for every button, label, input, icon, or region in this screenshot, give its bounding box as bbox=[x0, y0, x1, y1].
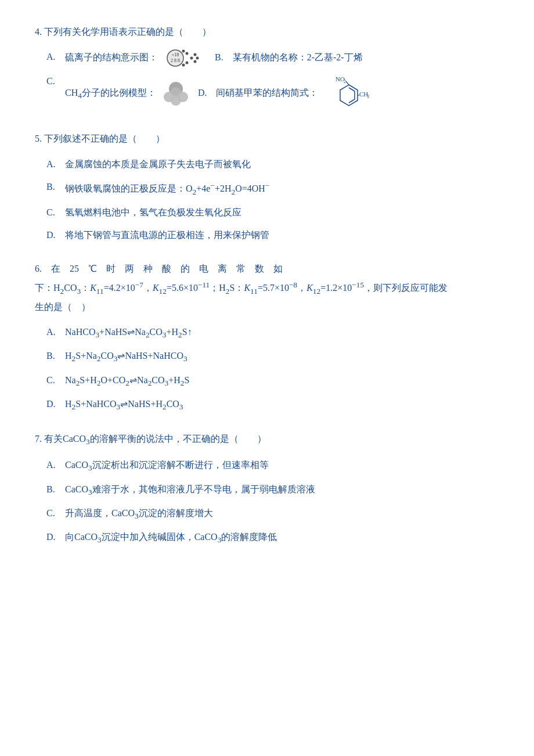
q6-line1: 6. 在 25 ℃ 时 两 种 酸 的 电 离 常 数 如 bbox=[35, 260, 499, 278]
svg-point-10 bbox=[196, 57, 199, 60]
sub-12b: 12 bbox=[313, 287, 320, 296]
sup-11: −11 bbox=[198, 280, 210, 289]
sup-7: −7 bbox=[135, 280, 143, 289]
q6-b-content: H2S+Na2CO3⇌NaHS+NaHCO3 bbox=[65, 348, 499, 366]
q4-text: 下列有关化学用语表示正确的是（ ） bbox=[44, 27, 211, 37]
sub-2b2: 2 bbox=[97, 355, 101, 363]
subscript-4: 4 bbox=[78, 91, 82, 100]
sub-2s: 2 bbox=[226, 287, 230, 296]
sub-3-a: 3 bbox=[88, 464, 92, 473]
q6-a-content: NaHCO3+NaHS⇌Na2CO3+H2S↑ bbox=[65, 324, 499, 342]
q5-a-content: 金属腐蚀的本质是金属原子失去电子而被氧化 bbox=[65, 156, 499, 173]
sup-8: −8 bbox=[289, 280, 297, 289]
sub-3d2: 3 bbox=[179, 402, 183, 411]
sub-2sd: 2 bbox=[72, 402, 76, 411]
sub-3a2: 3 bbox=[163, 330, 167, 339]
q5-b-content: 钢铁吸氧腐蚀的正极反应是：O2+4e−+2H2O=4OH− bbox=[65, 179, 499, 199]
q5-c-content: 氢氧燃料电池中，氢气在负极发生氧化反应 bbox=[65, 204, 499, 221]
q5-a-label: A. bbox=[46, 156, 65, 173]
sulfur-ion-diagram: +18 2 8 8 bbox=[163, 49, 203, 67]
sub-11: 11 bbox=[96, 287, 104, 296]
q6-option-c: C. Na2S+H2O+CO2⇌Na2CO3+H2S bbox=[35, 372, 499, 390]
svg-point-8 bbox=[194, 53, 197, 56]
q7-option-a: A. CaCO3沉淀析出和沉淀溶解不断进行，但速率相等 bbox=[35, 457, 499, 475]
sup-minus: − bbox=[210, 181, 215, 190]
sub-3a: 3 bbox=[95, 330, 99, 339]
q6-a-label: A. bbox=[46, 324, 65, 341]
svg-point-15 bbox=[171, 87, 181, 98]
q5-d-label: D. bbox=[46, 227, 65, 244]
sub-2sa: 2 bbox=[178, 330, 182, 339]
q7-d-label: D. bbox=[46, 529, 65, 546]
sub-3b: 3 bbox=[114, 355, 118, 363]
sub-12: 12 bbox=[159, 287, 167, 296]
sub-3b2: 3 bbox=[183, 355, 187, 363]
q6-c-content: Na2S+H2O+CO2⇌Na2CO3+H2S bbox=[65, 372, 499, 390]
svg-text:+18: +18 bbox=[172, 52, 179, 57]
q7-a-content: CaCO3沉淀析出和沉淀溶解不断进行，但速率相等 bbox=[65, 457, 499, 475]
q6-option-a: A. NaHCO3+NaHS⇌Na2CO3+H2S↑ bbox=[35, 324, 499, 342]
svg-point-9 bbox=[194, 60, 197, 63]
italic-k11: K bbox=[90, 283, 96, 293]
svg-point-3 bbox=[186, 52, 189, 55]
q7-c-label: C. bbox=[46, 505, 65, 522]
q7-number: 7. bbox=[35, 434, 42, 444]
sub-2c2: 2 bbox=[148, 379, 152, 387]
q6-d-label: D. bbox=[46, 396, 65, 413]
sub-2sc2: 2 bbox=[181, 379, 185, 387]
q5-text: 下列叙述不正确的是（ ） bbox=[44, 134, 165, 143]
q4-option-c-content: CH4分子的比例模型： D. 间硝基甲苯的结构简式： bbox=[65, 73, 499, 114]
q5-option-c: C. 氢氧燃料电池中，氢气在负极发生氧化反应 bbox=[35, 204, 499, 221]
q7-b-label: B. bbox=[46, 481, 65, 498]
q5-c-label: C. bbox=[46, 204, 65, 221]
italic-k11b: K bbox=[244, 283, 250, 293]
question-6: 6. 在 25 ℃ 时 两 种 酸 的 电 离 常 数 如 下：H2CO3：K1… bbox=[35, 260, 499, 414]
q5-option-b: B. 钢铁吸氧腐蚀的正极反应是：O2+4e−+2H2O=4OH− bbox=[35, 179, 499, 199]
q7-b-content: CaCO3难溶于水，其饱和溶液几乎不导电，属于弱电解质溶液 bbox=[65, 481, 499, 499]
sub-3-c: 3 bbox=[135, 512, 139, 520]
svg-point-5 bbox=[186, 62, 189, 64]
svg-text:2 8 8: 2 8 8 bbox=[171, 58, 180, 63]
sub-3-d2: 3 bbox=[218, 535, 222, 544]
q7-a-label: A. bbox=[46, 457, 65, 474]
sub-3c: 3 bbox=[165, 379, 169, 387]
sub-11b: 11 bbox=[250, 287, 258, 296]
q4-option-a-label: A. bbox=[46, 49, 65, 66]
q6-line3: 生的是（ ） bbox=[35, 298, 499, 316]
q6-line2: 下：H2CO3：K11=4.2×10−7，K12=5.6×10−11；H2S：K… bbox=[35, 278, 499, 298]
sub-2a: 2 bbox=[146, 330, 150, 339]
sup-minus2: − bbox=[265, 181, 270, 190]
q4-option-cd: C. CH4分子的比例模型： D. 间硝基甲苯的结构简式： bbox=[35, 73, 499, 114]
svg-point-4 bbox=[190, 57, 193, 60]
sub-3-caco3: 3 bbox=[86, 437, 90, 446]
question-4-title: 4. 下列有关化学用语表示正确的是（ ） bbox=[35, 23, 499, 41]
q7-d-content: 向CaCO3沉淀中加入纯碱固体，CaCO3的溶解度降低 bbox=[65, 529, 499, 547]
sub-3-d: 3 bbox=[98, 535, 102, 544]
svg-line-22 bbox=[346, 81, 349, 85]
sub-3: 3 bbox=[77, 287, 81, 296]
q7-option-d: D. 向CaCO3沉淀中加入纯碱固体，CaCO3的溶解度降低 bbox=[35, 529, 499, 547]
sub-2oc: 2 bbox=[97, 379, 101, 387]
svg-text:2: 2 bbox=[344, 79, 346, 84]
q4-option-ab: A. 硫离子的结构意示图： +18 2 8 8 bbox=[35, 49, 499, 67]
sub-2sc: 2 bbox=[76, 379, 80, 387]
sub-2c: 2 bbox=[125, 379, 129, 387]
question-7-title: 7. 有关CaCO3的溶解平衡的说法中，不正确的是（ ） bbox=[35, 430, 499, 449]
q7-c-content: 升高温度，CaCO3沉淀的溶解度增大 bbox=[65, 505, 499, 523]
svg-point-6 bbox=[182, 50, 185, 53]
q4-option-c-label: C. bbox=[46, 73, 65, 90]
italic-k12: K bbox=[153, 283, 159, 293]
q6-option-b: B. H2S+Na2CO3⇌NaHS+NaHCO3 bbox=[35, 348, 499, 366]
sub-2cod: 2 bbox=[163, 402, 167, 411]
q7-text: 有关CaCO3的溶解平衡的说法中，不正确的是（ ） bbox=[44, 434, 266, 444]
question-5: 5. 下列叙述不正确的是（ ） A. 金属腐蚀的本质是金属原子失去电子而被氧化 … bbox=[35, 130, 499, 243]
q5-d-content: 将地下钢管与直流电源的正极相连，用来保护钢管 bbox=[65, 227, 499, 244]
q5-option-a: A. 金属腐蚀的本质是金属原子失去电子而被氧化 bbox=[35, 156, 499, 173]
q5-option-d: D. 将地下钢管与直流电源的正极相连，用来保护钢管 bbox=[35, 227, 499, 244]
sub-3-b: 3 bbox=[88, 488, 92, 496]
q5-number: 5. bbox=[35, 134, 42, 143]
question-4: 4. 下列有关化学用语表示正确的是（ ） A. 硫离子的结构意示图： +18 2… bbox=[35, 23, 499, 114]
svg-point-7 bbox=[182, 64, 185, 67]
q7-option-b: B. CaCO3难溶于水，其饱和溶液几乎不导电，属于弱电解质溶液 bbox=[35, 481, 499, 499]
q4-option-a-content: 硫离子的结构意示图： +18 2 8 8 bbox=[65, 49, 499, 67]
